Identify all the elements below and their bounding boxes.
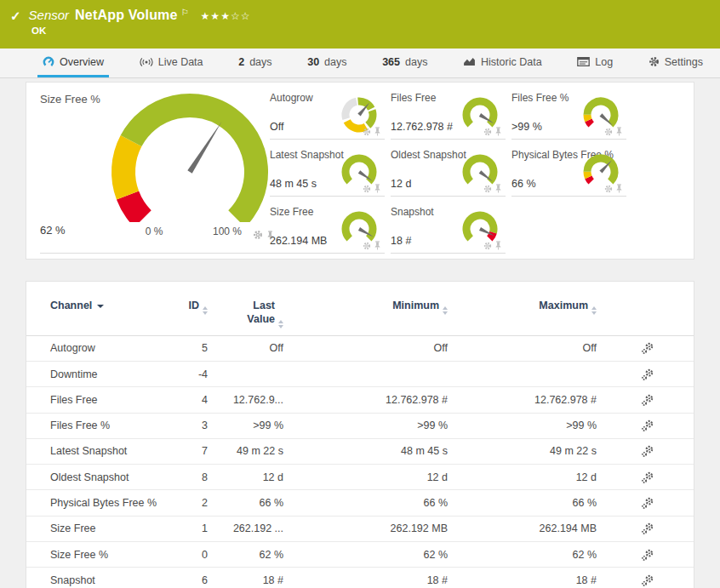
status-check-icon: ✓	[10, 9, 21, 24]
gauge-tile-label: Latest Snapshot	[270, 149, 344, 161]
channel-maximum: 12 d	[448, 471, 597, 483]
gauge-tile-physical-bytes-free-[interactable]: Physical Bytes Free % 66 %	[511, 146, 626, 197]
channel-last-value: >99 %	[208, 420, 283, 431]
gauge-pin-icon[interactable]	[615, 184, 623, 193]
channel-table-panel: ChannelIDLast ValueMinimumMaximum Autogr…	[26, 281, 694, 588]
gauge-tile-grid: Autogrow Off Latest Snapshot 48 m 45 s S…	[270, 89, 626, 254]
tab-overview[interactable]: Overview	[37, 49, 109, 77]
main-gauge-max-label: 100 %	[202, 225, 253, 237]
gauge-tile-files-free[interactable]: Files Free 12.762.978 #	[391, 89, 506, 140]
sensor-title: NetApp Volume	[75, 8, 178, 23]
gauge-pin-icon[interactable]	[374, 184, 381, 193]
tab-365-days[interactable]: 365 days	[377, 49, 432, 77]
channel-name: Size Free %	[50, 549, 182, 561]
gauge-settings-icon[interactable]	[483, 128, 492, 136]
gauge-settings-icon[interactable]	[363, 128, 371, 136]
gauge-settings-icon[interactable]	[604, 128, 613, 136]
channel-minimum: 12 d	[283, 471, 448, 483]
table-row: Autogrow 5 Off Off Off	[26, 336, 694, 362]
channel-maximum: >99 %	[448, 420, 597, 431]
column-header-minimum[interactable]: Minimum	[283, 300, 448, 314]
channel-id: -4	[182, 368, 208, 380]
channel-name: Files Free	[50, 394, 182, 406]
gauge-settings-icon[interactable]	[604, 185, 613, 193]
gauge-tile-oldest-snapshot[interactable]: Oldest Snapshot 12 d	[391, 146, 506, 197]
gauge-settings-icon[interactable]	[253, 230, 263, 240]
column-header-last-value[interactable]: Last Value	[208, 300, 283, 328]
channel-name: Autogrow	[50, 342, 182, 354]
sort-arrows-icon	[591, 306, 597, 315]
channel-settings-icon[interactable]	[641, 420, 654, 432]
gauge-tile-size-free[interactable]: Size Free 262.194 MB	[270, 203, 385, 254]
channel-minimum: 66 %	[283, 497, 448, 509]
flag-icon[interactable]: ⚐	[181, 8, 189, 17]
table-row: Physical Bytes Free % 2 66 % 66 % 66 %	[26, 490, 694, 516]
table-row: Latest Snapshot 7 49 m 22 s 48 m 45 s 49…	[26, 439, 694, 465]
gauge-tile-snapshot[interactable]: Snapshot 18 #	[391, 203, 506, 254]
channel-minimum: 12.762.978 #	[283, 394, 448, 406]
channel-id: 4	[182, 394, 208, 406]
gauge-settings-icon[interactable]	[483, 185, 492, 193]
gauge-pin-icon[interactable]	[494, 127, 502, 136]
channel-settings-icon[interactable]	[641, 368, 654, 381]
channel-maximum: Off	[448, 342, 597, 354]
main-gauge-chart[interactable]	[96, 93, 283, 222]
gauge-tile-value: 66 %	[511, 178, 536, 190]
gauge-settings-icon[interactable]	[483, 242, 492, 250]
gauge-tile-files-free-[interactable]: Files Free % >99 %	[511, 89, 626, 140]
historic-data-icon	[463, 57, 476, 66]
tab-settings[interactable]: Settings	[643, 49, 708, 77]
gauge-tile-autogrow[interactable]: Autogrow Off	[270, 89, 385, 140]
column-header-channel[interactable]: Channel	[50, 300, 182, 311]
gauge-pin-icon[interactable]	[615, 127, 623, 136]
tab-live-data[interactable]: Live Data	[134, 49, 209, 77]
channel-settings-icon[interactable]	[641, 471, 654, 484]
channel-name: Oldest Snapshot	[50, 471, 182, 483]
gauge-settings-icon[interactable]	[363, 242, 371, 250]
channel-minimum: 62 %	[283, 549, 448, 561]
gauge-tile-label: Snapshot	[391, 206, 434, 218]
gauge-tile-label: Files Free	[391, 92, 436, 104]
channel-settings-icon[interactable]	[641, 574, 654, 587]
channel-name: Physical Bytes Free %	[50, 497, 182, 509]
channel-settings-icon[interactable]	[641, 342, 654, 355]
channel-settings-icon[interactable]	[641, 497, 654, 510]
channel-id: 2	[182, 497, 208, 509]
gauge-tile-label: Autogrow	[270, 92, 313, 104]
channel-settings-icon[interactable]	[641, 549, 654, 562]
tab-30-days[interactable]: 30 days	[302, 49, 351, 77]
tab-log[interactable]: Log	[572, 49, 618, 77]
column-header-id[interactable]: ID	[182, 300, 208, 314]
sort-arrows-icon	[443, 306, 448, 315]
sort-arrows-icon	[278, 320, 283, 328]
column-header-maximum[interactable]: Maximum	[448, 300, 597, 314]
gauge-tile-latest-snapshot[interactable]: Latest Snapshot 48 m 45 s	[270, 146, 385, 197]
table-row: Oldest Snapshot 8 12 d 12 d 12 d	[26, 465, 694, 490]
channel-last-value: Off	[208, 342, 283, 354]
priority-stars[interactable]: ★★★☆☆	[201, 10, 251, 22]
gauge-tile-value: 48 m 45 s	[270, 178, 317, 190]
status-badge: OK	[31, 26, 720, 36]
channel-name: Size Free	[50, 522, 182, 534]
channel-settings-icon[interactable]	[641, 394, 654, 407]
live-data-icon	[140, 57, 153, 67]
channel-settings-icon[interactable]	[641, 522, 654, 535]
sensor-status-bar: ✓ Sensor NetApp Volume ⚐ ★★★☆☆ OK	[0, 0, 720, 49]
tab-2-days[interactable]: 2 days	[233, 49, 277, 77]
gauge-pin-icon[interactable]	[494, 184, 502, 193]
tab-historic-data[interactable]: Historic Data	[458, 49, 547, 77]
channel-minimum: 48 m 45 s	[283, 445, 448, 457]
object-kind-label: Sensor	[29, 8, 70, 22]
gauge-settings-icon[interactable]	[363, 185, 371, 193]
sort-caret-icon	[97, 305, 104, 308]
gauges-panel: Size Free % 62 % 0 % 100 % Autogrow Off …	[26, 82, 694, 260]
gauge-pin-icon[interactable]	[494, 241, 502, 250]
channel-id: 5	[182, 342, 208, 354]
gauge-pin-icon[interactable]	[374, 127, 381, 136]
gauge-pin-icon[interactable]	[374, 241, 381, 250]
channel-settings-icon[interactable]	[641, 445, 654, 458]
channel-minimum: 262.192 MB	[283, 522, 448, 534]
channel-id: 7	[182, 445, 208, 457]
sort-arrows-icon	[203, 306, 208, 315]
channel-id: 8	[182, 471, 208, 483]
